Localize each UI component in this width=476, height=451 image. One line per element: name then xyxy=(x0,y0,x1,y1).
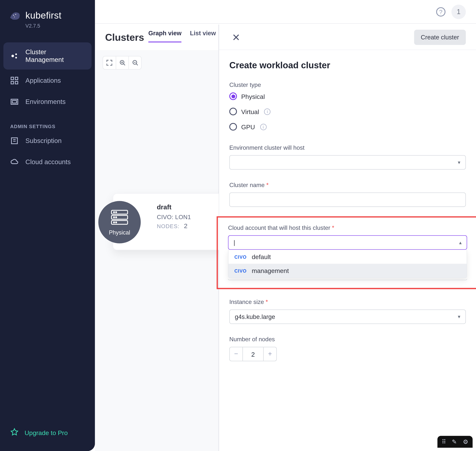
cluster-info: draft CIVO: LON1 NODES: 2 xyxy=(157,204,191,230)
create-cluster-button[interactable]: Create cluster xyxy=(414,30,466,45)
nodes-value: 2 xyxy=(243,347,263,361)
text-cursor: | xyxy=(234,239,235,246)
cluster-name-field: Cluster name * xyxy=(229,182,476,207)
cluster-type-badge: Physical xyxy=(98,201,141,243)
svg-point-1 xyxy=(15,14,16,15)
cluster-name: draft xyxy=(157,204,191,211)
nodes-label: Number of nodes xyxy=(229,336,466,343)
drag-handle-icon[interactable]: ⠿ xyxy=(442,438,446,445)
chevron-down-icon: ▾ xyxy=(458,159,460,165)
label-text: Cluster name xyxy=(229,182,265,188)
label-text: Instance size xyxy=(229,299,264,305)
cloud-option-default[interactable]: CIVO default xyxy=(229,250,467,264)
instance-size-field: Instance size * g4s.kube.large ▾ xyxy=(229,299,476,324)
svg-line-16 xyxy=(124,64,125,65)
tool-icon[interactable]: ✎ xyxy=(452,438,457,445)
environments-icon xyxy=(10,98,19,106)
hidden-field-edge xyxy=(228,279,467,280)
decrement-button[interactable]: − xyxy=(229,347,243,361)
cluster-nodes-value: 2 xyxy=(184,222,188,229)
svg-point-4 xyxy=(15,53,17,55)
tab-list-view[interactable]: List view xyxy=(190,30,216,42)
chevron-up-icon: ▴ xyxy=(459,240,462,245)
close-icon[interactable] xyxy=(229,30,243,44)
svg-rect-8 xyxy=(11,81,14,84)
notification-badge[interactable]: 1 xyxy=(451,5,466,19)
civo-logo-icon: CIVO xyxy=(235,254,247,259)
instance-size-label: Instance size * xyxy=(229,299,466,305)
radio-icon xyxy=(229,93,237,100)
kubefirst-logo-icon xyxy=(8,9,21,22)
info-icon[interactable]: i xyxy=(260,124,266,130)
option-label: default xyxy=(252,253,271,260)
cloud-icon xyxy=(10,158,19,166)
required-asterisk: * xyxy=(266,182,269,188)
nav-environments[interactable]: Environments xyxy=(3,92,92,112)
radio-gpu[interactable]: GPU i xyxy=(229,123,476,131)
svg-point-30 xyxy=(116,222,117,223)
panel-body: Create workload cluster Cluster type Phy… xyxy=(219,50,476,383)
svg-rect-12 xyxy=(12,138,18,144)
cloud-option-management[interactable]: CIVO management xyxy=(229,264,467,278)
svg-rect-11 xyxy=(12,100,17,103)
graph-viewport: Physical draft CIVO: LON1 NODES: 2 xyxy=(95,50,219,451)
nav-applications[interactable]: Applications xyxy=(3,70,92,91)
cluster-nodes-label: NODES: xyxy=(157,223,179,229)
nodes-field: Number of nodes − 2 + xyxy=(229,336,476,361)
settings-icon[interactable]: ⚙ xyxy=(463,438,468,445)
primary-nav: Cluster Management Applications Environm… xyxy=(0,42,95,173)
svg-point-0 xyxy=(13,15,14,16)
nav-cluster-management[interactable]: Cluster Management xyxy=(3,42,92,70)
svg-point-28 xyxy=(116,217,117,217)
nav-label: Cluster Management xyxy=(25,48,85,64)
system-toolbar: ⠿ ✎ ⚙ xyxy=(437,436,473,448)
cluster-name-label: Cluster name * xyxy=(229,182,466,188)
chevron-down-icon: ▾ xyxy=(458,314,460,320)
upgrade-to-pro[interactable]: Upgrade to Pro xyxy=(0,420,95,451)
civo-logo-icon: CIVO xyxy=(235,268,247,273)
radio-icon xyxy=(229,123,237,131)
nav-cloud-accounts[interactable]: Cloud accounts xyxy=(3,152,92,172)
tab-graph-view[interactable]: Graph view xyxy=(148,30,182,42)
admin-section-label: ADMIN SETTINGS xyxy=(3,113,92,131)
environment-field: Environment cluster will host ▾ xyxy=(229,144,476,169)
view-tabs: Graph view List view xyxy=(148,30,216,42)
radio-physical[interactable]: Physical xyxy=(229,93,476,100)
svg-point-26 xyxy=(116,211,117,212)
instance-size-select[interactable]: g4s.kube.large ▾ xyxy=(229,310,466,324)
cluster-name-input[interactable] xyxy=(229,193,466,207)
svg-rect-6 xyxy=(11,77,14,80)
increment-button[interactable]: + xyxy=(263,347,277,361)
svg-point-5 xyxy=(15,57,17,58)
fullscreen-icon[interactable] xyxy=(103,56,116,69)
svg-point-29 xyxy=(113,222,114,223)
help-icon[interactable]: ? xyxy=(436,7,446,16)
required-asterisk: * xyxy=(266,299,268,305)
cloud-account-dropdown: CIVO default CIVO management xyxy=(228,250,467,278)
nav-label: Cloud accounts xyxy=(25,158,71,166)
info-icon[interactable]: i xyxy=(264,108,271,115)
create-cluster-panel: Create cluster Create workload cluster C… xyxy=(219,25,476,451)
cloud-account-field: Cloud account that will host this cluste… xyxy=(228,224,467,280)
nav-subscription[interactable]: Subscription xyxy=(3,131,92,151)
required-asterisk: * xyxy=(332,224,334,231)
logo-block: kubefirst V2.7.5 xyxy=(0,0,95,31)
environment-select[interactable]: ▾ xyxy=(229,155,466,169)
svg-point-27 xyxy=(113,217,114,217)
svg-rect-7 xyxy=(15,77,18,80)
svg-point-25 xyxy=(113,211,114,212)
environment-label: Environment cluster will host xyxy=(229,144,466,151)
radio-virtual[interactable]: Virtual i xyxy=(229,108,476,115)
cloud-account-input[interactable]: | ▴ xyxy=(228,235,467,250)
svg-line-20 xyxy=(136,64,137,65)
cloud-account-autocomplete: | ▴ CIVO default CIVO management xyxy=(228,235,467,280)
brand-name: kubefirst xyxy=(25,10,62,21)
sidebar: kubefirst V2.7.5 Cluster Management Appl… xyxy=(0,0,95,451)
zoom-out-icon[interactable] xyxy=(129,56,141,69)
cluster-icon xyxy=(10,52,19,60)
zoom-controls xyxy=(103,56,142,69)
nav-label: Applications xyxy=(25,77,61,84)
svg-point-3 xyxy=(12,55,14,57)
nav-label: Environments xyxy=(25,98,66,106)
zoom-in-icon[interactable] xyxy=(116,56,129,69)
